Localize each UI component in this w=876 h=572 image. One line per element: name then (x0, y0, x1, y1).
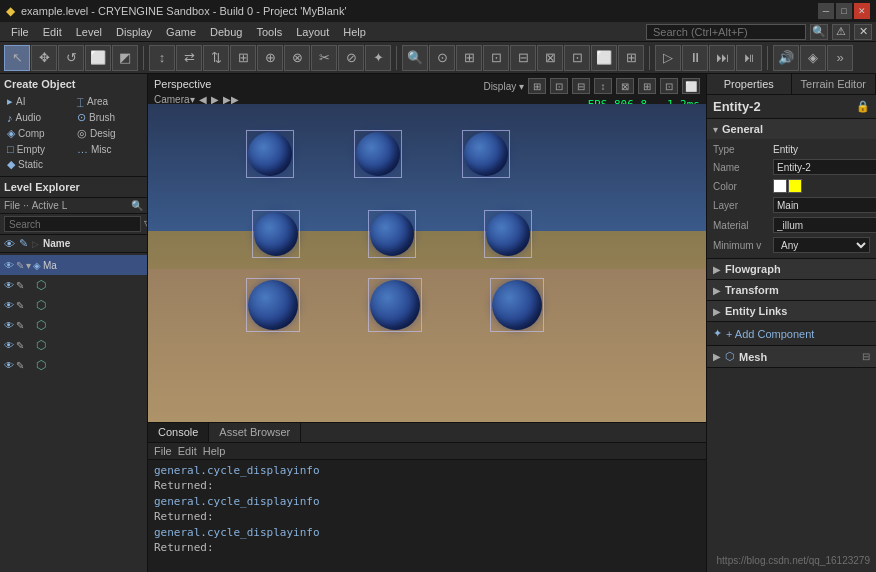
tree-eye-2[interactable]: 👁 (4, 300, 14, 311)
menu-layout[interactable]: Layout (289, 24, 336, 40)
menu-tools[interactable]: Tools (249, 24, 289, 40)
search-button[interactable]: 🔍 (810, 24, 828, 40)
properties-tab[interactable]: Properties (707, 74, 792, 94)
console-output[interactable]: general.cycle_displayinfo Returned: gene… (148, 460, 706, 572)
step-button[interactable]: ⏭ (709, 45, 735, 71)
terrain-editor-tab[interactable]: Terrain Editor (792, 74, 877, 94)
tree-pencil-1[interactable]: ✎ (16, 280, 24, 291)
menu-file[interactable]: File (4, 24, 36, 40)
view-btn-2[interactable]: ⊞ (456, 45, 482, 71)
ai-button[interactable]: ⏯ (736, 45, 762, 71)
align-btn[interactable]: ⊘ (338, 45, 364, 71)
create-empty[interactable]: □ Empty (4, 142, 73, 156)
vp-icon-1[interactable]: ⊞ (528, 78, 546, 94)
viewport-3d[interactable] (148, 104, 706, 422)
console-menu-edit[interactable]: Edit (178, 445, 197, 457)
zoom-btn[interactable]: 🔍 (402, 45, 428, 71)
select-tool-button[interactable]: ↖ (4, 45, 30, 71)
view-btn-1[interactable]: ⊙ (429, 45, 455, 71)
create-brush[interactable]: ⊙ Brush (74, 110, 143, 125)
grid-btn[interactable]: ⊕ (257, 45, 283, 71)
rotate-tool-button[interactable]: ↺ (58, 45, 84, 71)
tree-eye-1[interactable]: 👁 (4, 280, 14, 291)
misc-btn-1[interactable]: 🔊 (773, 45, 799, 71)
flowgraph-section-header[interactable]: ▶ Flowgraph (707, 259, 876, 279)
tree-row-2[interactable]: 👁 ✎ ▶ ⬡ (0, 295, 147, 315)
lock-icon[interactable]: 🔒 (856, 100, 870, 113)
vp-icon-7[interactable]: ⊡ (660, 78, 678, 94)
layer-input[interactable] (773, 197, 876, 213)
create-misc[interactable]: … Misc (74, 142, 143, 156)
view-btn-8[interactable]: ⊞ (618, 45, 644, 71)
search-input[interactable] (646, 24, 806, 40)
scale-tool-button[interactable]: ⬜ (85, 45, 111, 71)
play-button[interactable]: ▷ (655, 45, 681, 71)
tree-eye-5[interactable]: 👁 (4, 360, 14, 371)
minimum-select[interactable]: Any (773, 237, 870, 253)
color-swatch[interactable] (773, 179, 802, 193)
mesh-section-header[interactable]: ▶ ⬡ Mesh ⊟ (707, 346, 876, 367)
link-btn[interactable]: ⊗ (284, 45, 310, 71)
create-static[interactable]: ◆ Static (4, 157, 73, 172)
vp-icon-4[interactable]: ↕ (594, 78, 612, 94)
menu-debug[interactable]: Debug (203, 24, 249, 40)
level-explorer-search-input[interactable] (4, 216, 141, 232)
brush-btn[interactable]: ✦ (365, 45, 391, 71)
menu-help[interactable]: Help (336, 24, 373, 40)
misc-btn-3[interactable]: » (827, 45, 853, 71)
create-audio[interactable]: ♪ Audio (4, 110, 73, 125)
tree-pencil-5[interactable]: ✎ (16, 360, 24, 371)
tree-row-1[interactable]: 👁 ✎ ▶ ⬡ (0, 275, 147, 295)
close-button[interactable]: ✕ (854, 3, 870, 19)
view-btn-4[interactable]: ⊟ (510, 45, 536, 71)
view-btn-7[interactable]: ⬜ (591, 45, 617, 71)
viewport-area[interactable]: Perspective Camera▾ ◀ ▶ ▶▶ Display ▾ ⊞ ⊡… (148, 74, 706, 422)
display-label[interactable]: Display ▾ (483, 81, 524, 92)
view-btn-3[interactable]: ⊡ (483, 45, 509, 71)
maximize-button[interactable]: □ (836, 3, 852, 19)
window-controls[interactable]: ─ □ ✕ (818, 3, 870, 19)
general-section-header[interactable]: ▾ General (707, 119, 876, 139)
console-menu-help[interactable]: Help (203, 445, 226, 457)
create-comp[interactable]: ◈ Comp (4, 126, 73, 141)
transform-section-header[interactable]: ▶ Transform (707, 280, 876, 300)
le-search-btn[interactable]: 🔍 (131, 200, 143, 211)
asset-browser-tab[interactable]: Asset Browser (209, 423, 301, 442)
menu-edit[interactable]: Edit (36, 24, 69, 40)
name-input[interactable] (773, 159, 876, 175)
view-btn-6[interactable]: ⊡ (564, 45, 590, 71)
material-input[interactable] (773, 217, 876, 233)
snap-btn[interactable]: ⊞ (230, 45, 256, 71)
add-component-button[interactable]: ✦ + Add Component (707, 322, 876, 346)
vp-icon-6[interactable]: ⊞ (638, 78, 656, 94)
tree-row-4[interactable]: 👁 ✎ ▶ ⬡ (0, 335, 147, 355)
view-btn-5[interactable]: ⊠ (537, 45, 563, 71)
tree-pencil-3[interactable]: ✎ (16, 320, 24, 331)
settings-button[interactable]: ✕ (854, 24, 872, 40)
menu-display[interactable]: Display (109, 24, 159, 40)
console-menu-file[interactable]: File (154, 445, 172, 457)
pause-button[interactable]: ⏸ (682, 45, 708, 71)
mesh-options-icon[interactable]: ⊟ (862, 351, 870, 362)
tree-row-5[interactable]: 👁 ✎ ▶ ⬡ (0, 355, 147, 375)
vp-icon-2[interactable]: ⊡ (550, 78, 568, 94)
le-active-layer[interactable]: Active L (32, 200, 68, 211)
transform-btn-1[interactable]: ↕ (149, 45, 175, 71)
menu-game[interactable]: Game (159, 24, 203, 40)
transform-btn-3[interactable]: ⇅ (203, 45, 229, 71)
create-ai[interactable]: ▸ AI (4, 94, 73, 109)
tree-eye-4[interactable]: 👁 (4, 340, 14, 351)
tree-eye-icon[interactable]: 👁 (4, 260, 14, 271)
tree-row-3[interactable]: 👁 ✎ ▶ ⬡ (0, 315, 147, 335)
tree-pencil-icon[interactable]: ✎ (16, 260, 24, 271)
tree-pencil-4[interactable]: ✎ (16, 340, 24, 351)
tree-row-main[interactable]: 👁 ✎ ▾ ◈ Ma (0, 255, 147, 275)
warning-button[interactable]: ⚠ (832, 24, 850, 40)
create-area[interactable]: ⌶ Area (74, 94, 143, 109)
vp-icon-8[interactable]: ⬜ (682, 78, 700, 94)
vp-icon-5[interactable]: ⊠ (616, 78, 634, 94)
tree-pencil-2[interactable]: ✎ (16, 300, 24, 311)
tree-eye-3[interactable]: 👁 (4, 320, 14, 331)
create-desig[interactable]: ◎ Desig (74, 126, 143, 141)
filter-icon[interactable]: ▽ (144, 218, 147, 231)
